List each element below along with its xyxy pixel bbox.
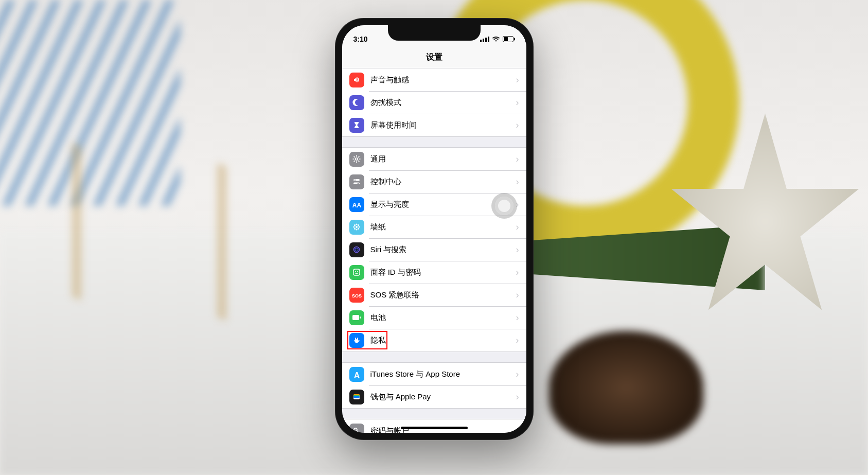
svg-point-9 <box>356 226 358 228</box>
svg-point-18 <box>354 247 360 253</box>
chevron-right-icon: › <box>516 244 519 255</box>
svg-rect-30 <box>353 396 360 398</box>
row-label: 钱包与 Apple Pay <box>370 392 516 402</box>
row-label: 屏幕使用时间 <box>370 120 516 130</box>
settings-group: 声音与触感›勿扰模式›屏幕使用时间› <box>342 68 526 137</box>
settings-row-passwords[interactable]: 密码与帐户› <box>342 419 526 433</box>
settings-row-sos[interactable]: SOSSOS 紧急联络› <box>342 284 526 306</box>
chevron-right-icon: › <box>516 120 519 131</box>
passwords-icon <box>349 424 364 433</box>
settings-row-dnd[interactable]: 勿扰模式› <box>342 91 526 114</box>
chevron-right-icon: › <box>516 312 519 323</box>
display-icon: AA <box>349 197 364 212</box>
svg-point-16 <box>358 224 359 226</box>
settings-row-screentime[interactable]: 屏幕使用时间› <box>342 114 526 136</box>
row-label: 墙纸 <box>370 222 516 232</box>
background-stand <box>72 144 226 320</box>
svg-rect-4 <box>353 179 360 181</box>
phone-notch <box>388 25 481 41</box>
settings-group: 密码与帐户›邮件› <box>342 419 526 433</box>
chevron-right-icon: › <box>516 75 519 85</box>
svg-rect-20 <box>353 269 360 275</box>
svg-rect-1 <box>504 37 508 41</box>
row-label: 控制中心 <box>370 177 516 187</box>
svg-point-11 <box>356 228 357 230</box>
phone-frame: 3:10 设置 声音与触感›勿扰模式›屏幕使用时间›通用›控制中心›AA显示与亮… <box>335 18 534 440</box>
settings-row-wallpaper[interactable]: 墙纸› <box>342 216 526 238</box>
svg-point-7 <box>358 183 359 184</box>
page-title: 设置 <box>342 48 526 68</box>
svg-text:AA: AA <box>352 201 361 208</box>
row-label: Siri 与搜索 <box>370 245 516 255</box>
svg-rect-5 <box>353 183 360 185</box>
signal-icon <box>480 37 489 42</box>
general-icon <box>349 152 364 167</box>
assistive-touch-button[interactable] <box>491 193 517 219</box>
wifi-icon <box>492 36 500 42</box>
svg-point-22 <box>357 271 358 272</box>
svg-rect-2 <box>514 38 515 41</box>
status-icons <box>480 36 515 42</box>
chevron-right-icon: › <box>516 369 519 380</box>
row-label: 隐私 <box>370 336 516 345</box>
settings-row-privacy[interactable]: 隐私› <box>342 329 526 351</box>
chevron-right-icon: › <box>516 267 519 278</box>
chevron-right-icon: › <box>516 177 519 187</box>
svg-point-15 <box>358 228 359 230</box>
settings-row-faceid[interactable]: 面容 ID 与密码› <box>342 261 526 284</box>
settings-row-wallet[interactable]: 钱包与 Apple Pay› <box>342 385 526 408</box>
phone-screen: 3:10 设置 声音与触感›勿扰模式›屏幕使用时间›通用›控制中心›AA显示与亮… <box>342 25 526 433</box>
battery-icon <box>349 310 364 325</box>
svg-text:SOS: SOS <box>351 293 361 298</box>
settings-row-sounds[interactable]: 声音与触感› <box>342 68 526 91</box>
svg-point-3 <box>356 158 358 160</box>
svg-text:A: A <box>353 371 360 379</box>
itunes-icon: A <box>349 367 364 382</box>
svg-point-12 <box>353 226 355 227</box>
row-label: 电池 <box>370 313 516 323</box>
row-label: SOS 紧急联络 <box>370 290 516 300</box>
row-label: 声音与触感 <box>370 75 516 85</box>
chevron-right-icon: › <box>516 154 519 165</box>
home-indicator[interactable] <box>401 427 468 429</box>
control-icon <box>349 174 364 189</box>
settings-group: AiTunes Store 与 App Store›钱包与 Apple Pay› <box>342 362 526 409</box>
chevron-right-icon: › <box>516 392 519 402</box>
siri-icon <box>349 242 364 257</box>
screentime-icon <box>349 118 364 133</box>
svg-rect-25 <box>360 316 361 319</box>
svg-point-14 <box>354 224 356 226</box>
privacy-icon <box>349 333 364 348</box>
settings-list[interactable]: 声音与触感›勿扰模式›屏幕使用时间›通用›控制中心›AA显示与亮度›墙纸›Sir… <box>342 68 526 433</box>
battery-icon <box>503 36 515 42</box>
settings-row-siri[interactable]: Siri 与搜索› <box>342 238 526 261</box>
settings-row-control[interactable]: 控制中心› <box>342 170 526 193</box>
wallet-icon <box>349 390 364 404</box>
dnd-icon <box>349 95 364 110</box>
wallpaper-icon <box>349 220 364 235</box>
svg-rect-24 <box>352 315 359 320</box>
row-label: 勿扰模式 <box>370 98 516 108</box>
svg-point-21 <box>355 271 356 272</box>
row-label: 面容 ID 与密码 <box>370 268 516 277</box>
settings-row-battery[interactable]: 电池› <box>342 306 526 329</box>
svg-point-17 <box>354 228 356 230</box>
settings-row-itunes[interactable]: AiTunes Store 与 App Store› <box>342 363 526 385</box>
chevron-right-icon: › <box>516 335 519 346</box>
status-time: 3:10 <box>353 35 368 43</box>
chevron-right-icon: › <box>516 222 519 233</box>
chevron-right-icon: › <box>516 97 519 108</box>
sounds-icon <box>349 73 364 87</box>
sos-icon: SOS <box>349 288 364 303</box>
chevron-right-icon: › <box>516 426 519 433</box>
row-label: iTunes Store 与 App Store <box>370 370 516 379</box>
svg-point-19 <box>355 248 358 251</box>
settings-row-general[interactable]: 通用› <box>342 148 526 170</box>
svg-point-10 <box>356 223 357 225</box>
settings-group: 通用›控制中心›AA显示与亮度›墙纸›Siri 与搜索›面容 ID 与密码›SO… <box>342 147 526 352</box>
svg-point-13 <box>358 226 360 227</box>
background-pinecone <box>549 331 703 444</box>
chevron-right-icon: › <box>516 290 519 301</box>
faceid-icon <box>349 265 364 280</box>
row-label: 通用 <box>370 154 516 164</box>
